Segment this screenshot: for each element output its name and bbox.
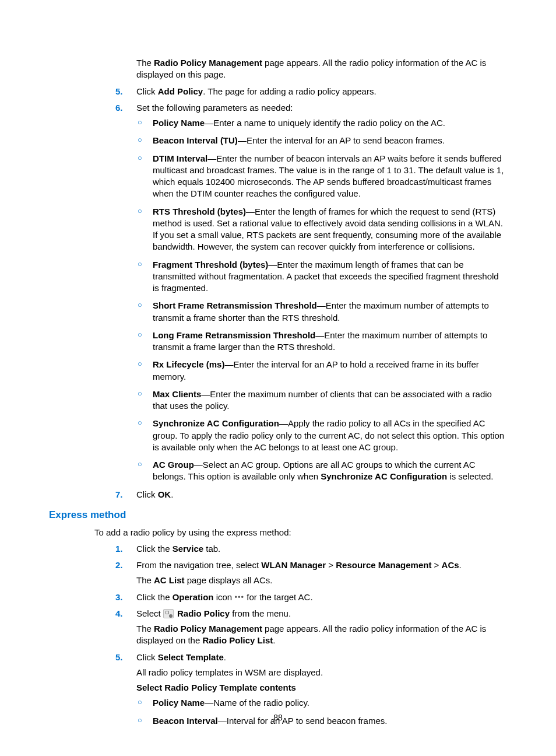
circle-bullet-icon: ○ — [138, 259, 142, 270]
circle-bullet-icon: ○ — [138, 117, 142, 128]
param-desc: —Enter the interval for an AP to send be… — [238, 135, 445, 145]
text: . The page for adding a radio policy app… — [203, 86, 376, 96]
text: . — [171, 489, 173, 499]
page: The Radio Policy Management page appears… — [0, 0, 556, 756]
page-number: 88 — [0, 712, 556, 723]
circle-bullet-icon: ○ — [138, 300, 142, 310]
text: . — [459, 560, 462, 570]
param-name: Short Frame Retransmission Threshold — [153, 300, 317, 310]
param-name: Max Clients — [153, 389, 201, 399]
list-number: 5. — [115, 86, 132, 97]
list-item: 7. Click OK. — [115, 489, 507, 501]
text: for the target AC. — [244, 592, 313, 602]
radio-policy-icon — [163, 609, 174, 618]
paragraph: Click the Service tab. — [136, 543, 507, 555]
list-body: Click OK. — [136, 489, 507, 501]
text: Click — [136, 652, 158, 662]
text: . — [224, 652, 226, 662]
list-body: Set the following parameters as needed: … — [136, 102, 507, 483]
param-name: DTIM Interval — [153, 153, 207, 163]
text: The — [136, 624, 154, 634]
bold-text: Select Template — [158, 652, 224, 662]
sub-heading: Select Radio Policy Template contents — [136, 682, 507, 694]
bold-text: WLAN Manager — [261, 560, 326, 570]
circle-bullet-icon: ○ — [138, 418, 142, 428]
circle-bullet-icon: ○ — [138, 206, 142, 216]
text: . — [273, 635, 275, 645]
param-name: Policy Name — [153, 118, 205, 128]
text: Click — [136, 489, 158, 499]
paragraph: Set the following parameters as needed: — [136, 102, 507, 114]
list-number: 6. — [115, 102, 132, 114]
list-body: Click the Operation icon ••• for the tar… — [136, 592, 507, 603]
text: icon — [214, 592, 235, 602]
list-item: 5. Click Add Policy. The page for adding… — [115, 86, 507, 97]
paragraph: To add a radio policy by using the expre… — [49, 527, 507, 538]
bullet-item: ○Max Clients—Enter the maximum number of… — [136, 388, 507, 412]
param-name: Fragment Threshold (bytes) — [153, 260, 268, 270]
param-desc: —Enter a name to uniquely identify the r… — [205, 118, 445, 128]
list-number: 1. — [115, 543, 132, 555]
circle-bullet-icon: ○ — [138, 697, 142, 708]
param-name: Beacon Interval (TU) — [153, 135, 238, 145]
bullet-item: ○Policy Name—Enter a name to uniquely id… — [136, 117, 507, 129]
text: Select — [136, 608, 163, 618]
text: Click — [136, 86, 158, 96]
bold-text: Service — [173, 544, 203, 554]
text: Set the following parameters as needed: — [136, 103, 293, 113]
param-name: Policy Name — [153, 698, 205, 708]
text: From the navigation tree, select — [136, 560, 261, 570]
list-number: 7. — [115, 489, 132, 501]
circle-bullet-icon: ○ — [138, 153, 142, 163]
paragraph: Click OK. — [136, 489, 507, 501]
bold-text: Radio Policy — [177, 608, 230, 618]
param-name: Synchronize AC Configuration — [153, 418, 279, 428]
bullet-item: ○Rx Lifecycle (ms)—Enter the interval fo… — [136, 359, 507, 383]
bold-text: OK — [158, 489, 171, 499]
list-item: 3. Click the Operation icon ••• for the … — [115, 592, 507, 603]
param-name: AC Group — [153, 460, 194, 470]
circle-bullet-icon: ○ — [138, 330, 142, 340]
section-heading-express-method: Express method — [49, 509, 507, 522]
bold-text: Synchronize AC Configuration — [321, 471, 447, 481]
list-number: 5. — [115, 652, 132, 663]
bold-text: Radio Policy Management — [154, 624, 262, 634]
text: Click the — [136, 592, 173, 602]
param-desc: —Name of the radio policy. — [205, 698, 309, 708]
bullet-item: ○Synchronize AC Configuration—Apply the … — [136, 418, 507, 453]
circle-bullet-icon: ○ — [138, 388, 142, 399]
bullet-item: ○RTS Threshold (bytes)—Enter the length … — [136, 206, 507, 253]
ordered-list: 1. Click the Service tab. 2. From the na… — [115, 543, 507, 727]
paragraph: The AC List page displays all ACs. — [136, 575, 507, 586]
bullet-item: ○Policy Name—Name of the radio policy. — [136, 697, 507, 709]
bullet-item: ○Fragment Threshold (bytes)—Enter the ma… — [136, 259, 507, 295]
text: page displays all ACs. — [185, 575, 273, 585]
bold-text: Operation — [173, 592, 214, 602]
express-content: 1. Click the Service tab. 2. From the na… — [115, 543, 507, 727]
ordered-list: 5. Click Add Policy. The page for adding… — [115, 86, 507, 501]
text: > — [431, 560, 441, 570]
bullet-item: ○Beacon Interval (TU)—Enter the interval… — [136, 135, 507, 146]
text: The — [136, 58, 154, 68]
text: > — [326, 560, 336, 570]
bold-text: Add Policy — [158, 86, 203, 96]
paragraph: Click the Operation icon ••• for the tar… — [136, 592, 507, 603]
bullet-item: ○Long Frame Retransmission Threshold—Ent… — [136, 330, 507, 354]
operation-icon: ••• — [234, 593, 244, 601]
list-body: From the navigation tree, select WLAN Ma… — [136, 559, 507, 587]
list-item: 1. Click the Service tab. — [115, 543, 507, 555]
circle-bullet-icon: ○ — [138, 359, 142, 369]
bold-text: Radio Policy Management — [154, 58, 262, 68]
bold-text: Resource Management — [336, 560, 431, 570]
bold-text: Radio Policy List — [202, 635, 273, 645]
list-item: 6. Set the following parameters as neede… — [115, 102, 507, 483]
bullet-item: ○Short Frame Retransmission Threshold—En… — [136, 300, 507, 324]
list-item: 4. Select Radio Policy from the menu. Th… — [115, 608, 507, 647]
param-name: Rx Lifecycle (ms) — [153, 359, 224, 369]
paragraph: The Radio Policy Management page appears… — [115, 57, 507, 81]
paragraph: All radio policy templates in WSM are di… — [136, 667, 507, 678]
paragraph: From the navigation tree, select WLAN Ma… — [136, 559, 507, 571]
param-name: Long Frame Retransmission Threshold — [153, 330, 315, 340]
bold-text: Select Radio Policy Template contents — [136, 682, 296, 692]
param-desc: is selected. — [447, 471, 493, 481]
